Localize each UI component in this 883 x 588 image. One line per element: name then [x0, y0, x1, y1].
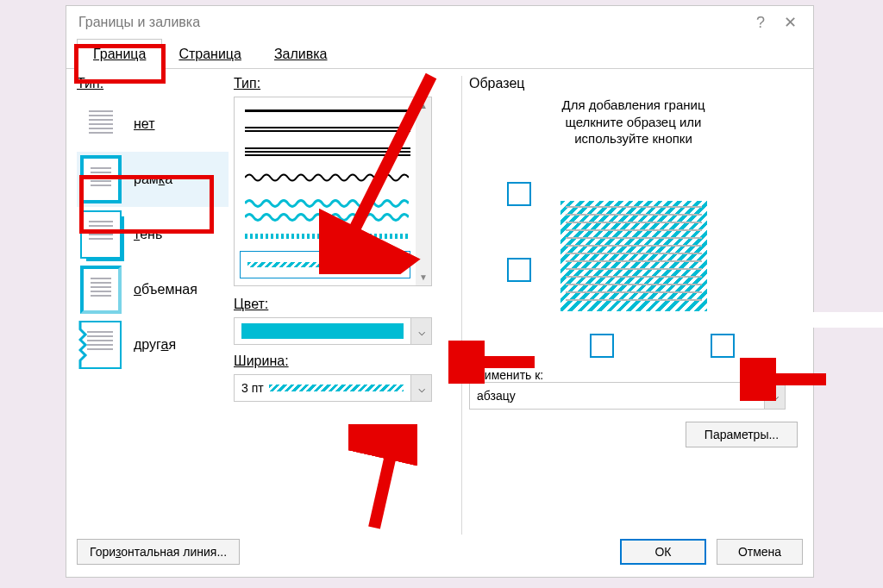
- color-label: Цвет:: [234, 297, 456, 312]
- horizontal-line-button[interactable]: Горизонтальная линия...: [77, 539, 240, 565]
- setting-shadow-icon: [80, 210, 122, 259]
- color-combo[interactable]: ⌵: [234, 317, 432, 345]
- tab-border[interactable]: Граница: [77, 39, 162, 69]
- border-top-button[interactable]: [507, 182, 531, 206]
- dialog-title: Границы и заливка: [78, 15, 746, 30]
- setting-box-icon: [80, 155, 122, 203]
- border-left-button[interactable]: [590, 334, 614, 358]
- preview-hint: Для добавления границ щелкните образец и…: [469, 97, 798, 147]
- tabstrip: Граница Страница Заливка: [66, 39, 813, 69]
- selected-line-style: [240, 251, 410, 278]
- chevron-down-icon[interactable]: ⌵: [410, 375, 431, 401]
- line-style-list[interactable]: ▲ ▼: [234, 97, 432, 286]
- setting-box[interactable]: рамка: [77, 152, 229, 207]
- setting-column: Тип: нет рамка тень: [77, 76, 229, 535]
- scroll-down-icon[interactable]: ▼: [419, 269, 428, 285]
- dialog-footer: Горизонтальная линия... ОК Отмена: [77, 539, 803, 565]
- titlebar: Границы и заливка ? ✕: [66, 6, 813, 39]
- apply-to-row: Применить к: абзацу ⌵ Параметры...: [469, 368, 798, 410]
- preview-paragraph[interactable]: [560, 201, 707, 311]
- width-combo[interactable]: 3 пт ⌵: [234, 374, 432, 402]
- setting-label: Тип:: [77, 76, 229, 91]
- width-label: Ширина:: [234, 353, 456, 369]
- scroll-up-icon[interactable]: ▲: [419, 97, 428, 114]
- width-value: 3 пт: [241, 381, 264, 395]
- border-bottom-button[interactable]: [507, 258, 531, 282]
- cancel-button[interactable]: Отмена: [717, 539, 803, 565]
- chevron-down-icon[interactable]: ⌵: [764, 383, 785, 409]
- style-column: Тип: ▲ ▼ Цвет:: [234, 76, 456, 535]
- setting-3d-icon: [80, 266, 122, 314]
- close-icon[interactable]: ✕: [775, 9, 805, 35]
- preview-column: Образец Для добавления границ щелкните о…: [461, 76, 798, 535]
- setting-none-icon: [80, 100, 122, 148]
- setting-custom[interactable]: другая: [77, 317, 229, 372]
- setting-none[interactable]: нет: [77, 97, 229, 152]
- chevron-down-icon[interactable]: ⌵: [410, 318, 431, 344]
- setting-3d[interactable]: объемная: [77, 262, 229, 317]
- help-icon[interactable]: ?: [746, 9, 775, 35]
- setting-custom-icon: [80, 321, 122, 369]
- preview-label: Образец: [469, 76, 798, 91]
- options-button[interactable]: Параметры...: [686, 422, 798, 447]
- ruler-artifact: [550, 312, 883, 328]
- dialog-body: Тип: нет рамка тень: [66, 69, 813, 535]
- ok-button[interactable]: ОК: [620, 539, 706, 565]
- border-right-button[interactable]: [711, 334, 735, 358]
- style-scrollbar[interactable]: ▲ ▼: [416, 97, 431, 285]
- style-label: Тип:: [234, 76, 456, 91]
- setting-shadow[interactable]: тень: [77, 207, 229, 262]
- borders-shading-dialog: Границы и заливка ? ✕ Граница Страница З…: [66, 5, 814, 578]
- apply-to-combo[interactable]: абзацу ⌵: [469, 382, 786, 410]
- tab-shading[interactable]: Заливка: [258, 39, 344, 69]
- apply-to-label: Применить к:: [469, 368, 798, 382]
- tab-page[interactable]: Страница: [162, 39, 258, 69]
- width-swatch: [269, 385, 404, 391]
